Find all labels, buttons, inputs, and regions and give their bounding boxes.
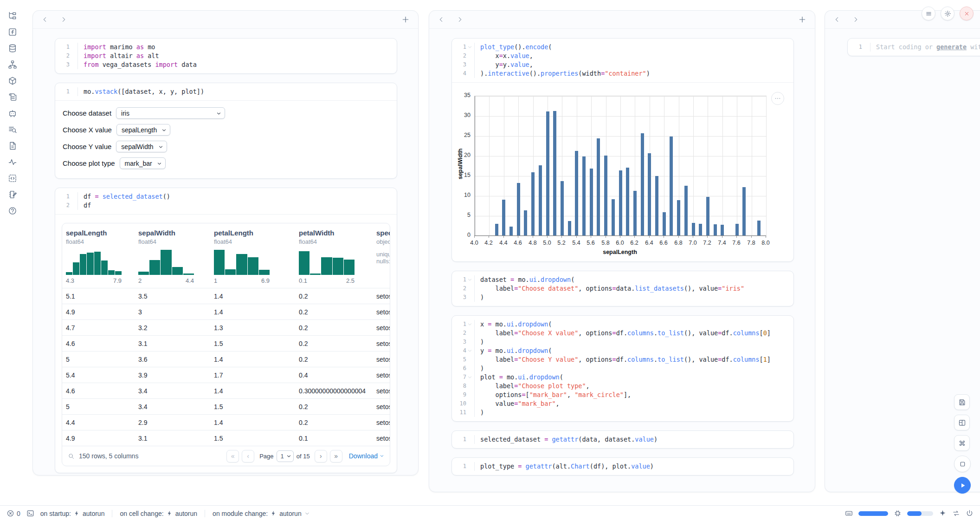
generate-with-ai-link[interactable]: generate	[936, 43, 967, 51]
scratchpad-icon[interactable]	[8, 190, 17, 199]
download-button[interactable]: Download	[349, 452, 384, 460]
column-header-sepalLength[interactable]: sepalLengthfloat644.37.9	[62, 223, 135, 288]
page-select[interactable]: 1	[277, 450, 294, 462]
error-count[interactable]: 0	[6, 509, 20, 517]
column-back-button[interactable]	[833, 16, 841, 23]
keyboard-shortcuts-button[interactable]	[954, 435, 970, 451]
fold-spacer	[467, 384, 472, 389]
minimap-button[interactable]	[954, 456, 971, 472]
table-row[interactable]: 4.931.40.2setosa	[62, 304, 390, 320]
add-cell-button[interactable]	[401, 15, 410, 24]
outline-icon[interactable]	[8, 92, 17, 102]
fold-chevron-icon[interactable]	[467, 375, 472, 380]
packages-icon[interactable]	[8, 76, 17, 85]
runtime-config-3[interactable]: on module change:autorun	[213, 510, 310, 517]
add-cell-button[interactable]	[798, 15, 806, 24]
code-line: 8 label="Choose plot type",	[452, 382, 793, 391]
chart-bar	[626, 168, 629, 236]
x-tick-label: 6.8	[671, 240, 685, 246]
code-text: label="Choose Y value", options=df.colum…	[474, 355, 793, 364]
fold-chevron-icon[interactable]	[467, 45, 472, 50]
cell-editor[interactable]: 1dataset = mo.ui.dropdown(2 label="Choos…	[452, 271, 793, 306]
table-row[interactable]: 5.43.91.70.4setosa	[62, 367, 390, 383]
settings-button[interactable]	[941, 7, 954, 20]
cell-editor[interactable]: 1import marimo as mo2import altair as al…	[55, 39, 397, 73]
editor-placeholder[interactable]: Start coding or generate with	[870, 43, 980, 52]
cell-editor[interactable]: 1plot_type().encode(2 x=x.value,3 y=y.va…	[452, 39, 793, 82]
run-button[interactable]	[954, 477, 971, 494]
cell-value: 3.5	[135, 293, 210, 300]
snippets-icon[interactable]	[8, 174, 17, 183]
terminal-icon	[26, 509, 34, 517]
empty-code-cell[interactable]: 1 Start coding or generate with	[847, 38, 980, 56]
tracing-icon[interactable]	[8, 157, 17, 167]
cell-value: 0.4	[295, 371, 373, 379]
power-icon[interactable]	[966, 509, 974, 517]
line-number: 4	[452, 346, 474, 355]
column-back-button[interactable]	[438, 16, 445, 23]
terminal-button[interactable]	[26, 509, 34, 517]
dropdown-choose-x-value[interactable]: sepalLength	[116, 124, 170, 136]
table-row[interactable]: 5.13.51.40.2setosa	[62, 288, 390, 304]
next-page-button[interactable]: ›	[315, 450, 327, 462]
line-number-text: 1	[463, 43, 466, 52]
fold-chevron-icon[interactable]	[467, 322, 472, 327]
fold-chevron-icon[interactable]	[467, 348, 472, 353]
table-row[interactable]: 53.61.40.2setosa	[62, 352, 390, 367]
help-icon[interactable]	[8, 206, 17, 215]
column-forward-button[interactable]	[456, 16, 464, 23]
first-page-button[interactable]: «	[226, 450, 239, 462]
ai-chat-icon[interactable]	[8, 109, 17, 118]
line-number-text: 1	[463, 462, 466, 471]
table-row[interactable]: 4.63.41.40.30000000000000004setosa	[62, 383, 390, 399]
cell-editor[interactable]: 1 Start coding or generate with	[848, 39, 980, 56]
cell-editor[interactable]: 1df = selected_dataset()2df	[55, 188, 397, 214]
table-row[interactable]: 4.93.11.50.1setosa	[62, 430, 390, 446]
fold-chevron-icon[interactable]	[467, 277, 472, 282]
table-row[interactable]: 4.73.21.30.2setosa	[62, 320, 390, 336]
dropdown-choose-plot-type[interactable]: mark_bar	[120, 157, 166, 169]
marimo-file-icon[interactable]	[8, 27, 17, 37]
code-text: selected_dataset = getattr(data, dataset…	[474, 435, 793, 444]
table-row[interactable]: 4.63.11.50.2setosa	[62, 336, 390, 352]
dropdown-choose-y-value[interactable]: sepalWidth	[116, 141, 167, 152]
runtime-config-2[interactable]: on cell change:autorun	[120, 510, 197, 517]
cell-value: 1.5	[210, 340, 295, 347]
documentation-icon[interactable]	[8, 141, 17, 150]
close-button[interactable]	[960, 7, 974, 20]
column-header-sepalWidth[interactable]: sepalWidthfloat6424.4	[135, 223, 210, 288]
swap-icon[interactable]	[952, 509, 960, 517]
chart-actions-button[interactable]	[771, 92, 784, 105]
dependency-graph-icon[interactable]	[8, 60, 17, 69]
column-header-species[interactable]: speciesobjectunique:nulls:	[373, 223, 390, 288]
column-header-petalWidth[interactable]: petalWidthfloat640.12.5	[295, 223, 373, 288]
file-explorer-icon[interactable]	[8, 11, 17, 20]
cell-editor[interactable]: 1mo.vstack([dataset, x, y, plot])	[55, 83, 397, 100]
table-row[interactable]: 4.42.91.40.2setosa	[62, 415, 390, 430]
column-histogram	[214, 250, 270, 275]
panel-layout-button[interactable]	[954, 415, 970, 430]
cell-value: 5	[62, 356, 135, 363]
save-button[interactable]	[954, 394, 970, 410]
histogram-bar	[80, 254, 86, 275]
table-row[interactable]: 53.41.50.2setosa	[62, 399, 390, 415]
column-forward-button[interactable]	[60, 16, 67, 23]
cell-editor[interactable]: 1x = mo.ui.dropdown(2 label="Choose X va…	[452, 316, 793, 421]
column-forward-button[interactable]	[852, 16, 859, 23]
datasources-icon[interactable]	[8, 44, 17, 53]
memory-chip-icon[interactable]	[894, 509, 902, 517]
logs-icon[interactable]	[8, 125, 17, 134]
prev-page-button[interactable]: ‹	[242, 450, 254, 462]
last-page-button[interactable]: »	[330, 450, 342, 462]
cell-editor[interactable]: 1plot_type = getattr(alt.Chart(df), plot…	[452, 458, 793, 475]
keyboard-icon[interactable]	[845, 509, 853, 517]
column-header-petalLength[interactable]: petalLengthfloat6416.9	[210, 223, 295, 288]
column-back-button[interactable]	[41, 16, 49, 23]
menu-button[interactable]	[922, 7, 935, 20]
table-search-icon[interactable]	[68, 453, 75, 460]
runtime-config-1[interactable]: on startup:autorun	[40, 510, 105, 517]
ai-sparkle-icon[interactable]	[939, 509, 947, 517]
cell-editor[interactable]: 1selected_dataset = getattr(data, datase…	[452, 431, 793, 448]
dropdown-choose-dataset[interactable]: iris	[116, 107, 225, 119]
chart-bar	[663, 212, 666, 236]
